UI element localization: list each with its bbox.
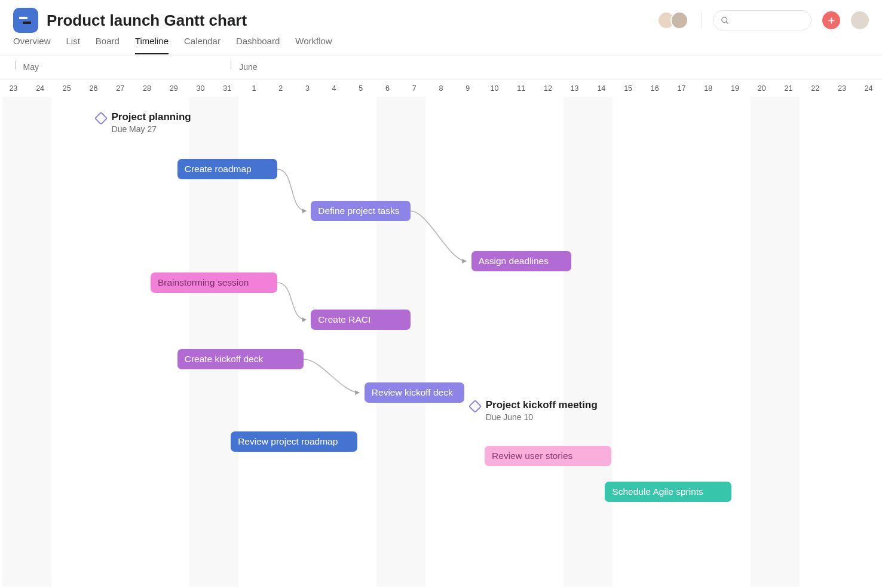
connector	[301, 357, 369, 402]
task-roadmap[interactable]: Create roadmap	[177, 159, 277, 179]
day-header-cell: 21	[775, 80, 802, 97]
day-header-cell: 3	[294, 80, 321, 97]
day-header-cell: 16	[641, 80, 668, 97]
day-header-cell: 2	[267, 80, 294, 97]
task-assign[interactable]: Assign deadlines	[471, 251, 571, 271]
task-define[interactable]: Define project tasks	[311, 201, 411, 221]
milestone-kickoff[interactable]: Project kickoff meetingDue June 10	[470, 399, 598, 422]
milestone-due: Due May 27	[112, 124, 191, 134]
day-header-cell: 4	[321, 80, 348, 97]
task-label: Schedule Agile sprints	[612, 486, 703, 497]
weekend-band	[751, 97, 800, 587]
day-header-cell: 6	[374, 80, 401, 97]
day-header-cell: 30	[187, 80, 214, 97]
tab-workflow[interactable]: Workflow	[295, 32, 332, 53]
task-label: Brainstorming session	[158, 277, 249, 288]
search-box[interactable]	[713, 10, 811, 30]
day-header-cell: 7	[401, 80, 428, 97]
member-avatars[interactable]	[657, 11, 688, 29]
task-kickdeck[interactable]: Create kickoff deck	[177, 349, 304, 369]
month-tick	[15, 61, 16, 69]
svg-rect-1	[23, 22, 31, 24]
day-header-cell: 31	[214, 80, 241, 97]
day-header-cell: 11	[508, 80, 535, 97]
topbar: Product launch Gantt chart	[0, 0, 882, 32]
gantt-chart[interactable]: Project planningDue May 27Project kickof…	[0, 97, 882, 587]
weekend-band	[564, 97, 612, 587]
project-icon	[13, 8, 38, 33]
plus-icon	[827, 16, 836, 25]
milestone-title: Project kickoff meeting	[486, 399, 598, 411]
day-header-cell: 24	[855, 80, 882, 97]
day-header-cell: 19	[722, 80, 749, 97]
task-label: Define project tasks	[318, 206, 399, 216]
milestone-title: Project planning	[112, 111, 191, 123]
day-header-cell: 18	[695, 80, 722, 97]
day-header-cell: 15	[615, 80, 642, 97]
day-header-cell: 17	[668, 80, 695, 97]
tabs: OverviewListBoardTimelineCalendarDashboa…	[0, 32, 882, 56]
month-label-may: May	[23, 62, 39, 72]
tab-board[interactable]: Board	[96, 32, 120, 53]
task-raci[interactable]: Create RACI	[311, 310, 411, 330]
divider	[702, 13, 702, 28]
day-header-cell: 26	[80, 80, 107, 97]
task-userstories[interactable]: Review user stories	[485, 446, 611, 466]
avatar[interactable]	[670, 11, 688, 29]
day-header-cell: 20	[748, 80, 775, 97]
day-header-cell: 1	[241, 80, 268, 97]
svg-line-3	[726, 22, 728, 23]
task-label: Assign deadlines	[479, 256, 549, 267]
task-label: Review project roadmap	[238, 436, 338, 447]
diamond-icon	[468, 400, 482, 414]
task-label: Create roadmap	[185, 164, 252, 174]
month-header: MayJune	[0, 56, 882, 80]
day-header-cell: 29	[160, 80, 187, 97]
day-header: 2324252627282930311234567891011121314151…	[0, 80, 882, 97]
tab-list[interactable]: List	[66, 32, 80, 53]
current-user-avatar[interactable]	[851, 11, 869, 29]
diamond-icon	[94, 112, 108, 125]
svg-point-2	[722, 17, 727, 22]
day-header-cell: 8	[428, 80, 455, 97]
tab-dashboard[interactable]: Dashboard	[236, 32, 280, 53]
milestone-planning[interactable]: Project planningDue May 27	[96, 111, 191, 134]
task-label: Create kickoff deck	[185, 354, 264, 365]
task-reviewroad[interactable]: Review project roadmap	[231, 431, 357, 452]
tab-calendar[interactable]: Calendar	[184, 32, 220, 53]
connector	[275, 167, 316, 220]
day-header-cell: 23	[0, 80, 27, 97]
page-title: Product launch Gantt chart	[47, 11, 247, 30]
tab-overview[interactable]: Overview	[13, 32, 51, 53]
task-label: Review user stories	[492, 451, 572, 461]
milestone-due: Due June 10	[486, 412, 598, 422]
day-header-cell: 12	[535, 80, 562, 97]
svg-rect-0	[19, 17, 27, 19]
day-header-cell: 5	[347, 80, 374, 97]
day-header-cell: 9	[454, 80, 481, 97]
weekend-band	[2, 97, 51, 587]
month-label-june: June	[239, 62, 257, 72]
connector	[275, 280, 316, 329]
task-label: Create RACI	[318, 314, 370, 325]
milestone-text: Project planningDue May 27	[112, 111, 191, 134]
weekend-band	[376, 97, 425, 587]
task-reviewkick[interactable]: Review kickoff deck	[365, 382, 464, 403]
task-agile[interactable]: Schedule Agile sprints	[605, 482, 731, 502]
search-icon	[721, 16, 730, 25]
timeline: MayJune 23242526272829303112345678910111…	[0, 56, 882, 588]
day-header-cell: 22	[802, 80, 829, 97]
month-tick	[231, 61, 231, 69]
day-header-cell: 24	[27, 80, 54, 97]
day-header-cell: 13	[561, 80, 588, 97]
task-brainstorm[interactable]: Brainstorming session	[151, 272, 277, 293]
day-header-cell: 10	[481, 80, 508, 97]
tab-timeline[interactable]: Timeline	[135, 32, 169, 54]
milestone-text: Project kickoff meetingDue June 10	[486, 399, 598, 422]
day-header-cell: 25	[53, 80, 80, 97]
day-header-cell: 27	[107, 80, 134, 97]
search-input[interactable]	[734, 16, 804, 25]
add-button[interactable]	[822, 11, 840, 29]
day-header-cell: 23	[829, 80, 856, 97]
day-header-cell: 14	[588, 80, 615, 97]
